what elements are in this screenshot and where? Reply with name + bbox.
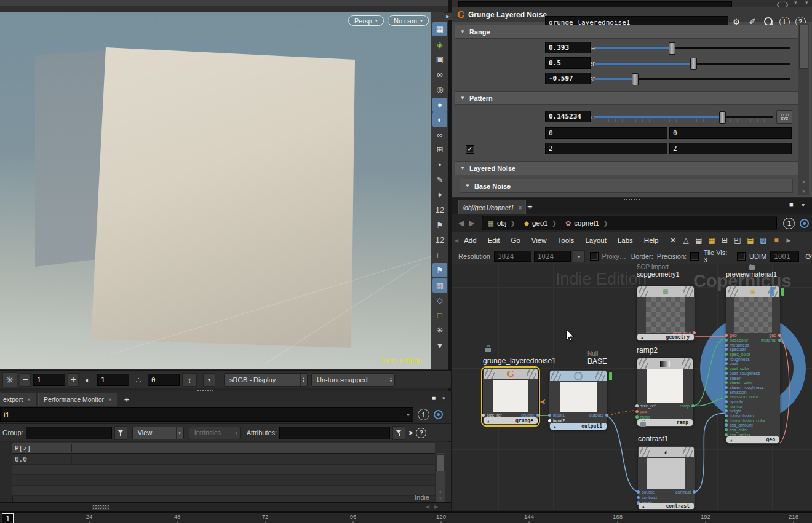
breadcrumb-item[interactable]: geo1 [532,219,548,227]
material-shading-icon[interactable]: ◐ [432,112,447,127]
menu-item[interactable]: Go [511,237,520,244]
close-icon[interactable]: × [108,396,112,403]
chevron-down-icon[interactable]: ▾ [407,411,410,418]
mask-contrast-slider[interactable] [595,73,790,84]
menu-item[interactable]: View [531,237,547,244]
palette-icon[interactable]: ▦ [707,235,717,245]
node-output-bar[interactable]: ▲grunge [484,417,538,424]
menu-item[interactable]: Labs [618,237,633,244]
display-dropdown[interactable]: ▾ [203,373,215,387]
forward-icon[interactable]: ▶ [469,219,474,227]
amplitude-input[interactable]: 0.393 [545,42,591,53]
scroll-down-icon[interactable]: ▼ [432,339,447,353]
offset-y-input[interactable]: 0 [669,127,792,139]
section-layered-noise[interactable]: ▼ Layered Noise [455,161,799,175]
chevron-down-icon[interactable]: ▾ [794,0,797,6]
vertex-marker-icon[interactable]: ⚑ [432,263,447,277]
element-size-slider[interactable] [595,111,773,122]
menu-item[interactable]: Add [464,237,476,244]
profile-handles-icon[interactable]: ∟ [432,248,447,262]
mask-contrast-input[interactable]: -0.597 [545,73,591,84]
group-filter-button[interactable] [114,426,127,440]
proxy-checkbox[interactable] [590,252,599,261]
new-tab-button[interactable]: + [124,394,130,404]
prim-numbers-icon[interactable]: 12 [432,233,447,247]
new-tab-button[interactable]: + [527,201,533,211]
background-image-icon[interactable]: ▧ [758,235,769,245]
point-numbers-icon[interactable]: 12 [432,203,447,217]
precision-checkbox[interactable] [690,252,699,261]
display-flag[interactable] [781,288,784,296]
link-badge[interactable]: 1 [783,218,795,229]
back-icon[interactable]: ◀ [458,219,464,227]
chevron-down-icon[interactable]: ▾ [802,202,805,208]
group-box-icon[interactable]: □ [432,309,447,323]
menu-item[interactable]: Edit [488,237,500,244]
list-view-icon[interactable]: ▤ [694,235,704,245]
viewport-toolbar-more[interactable]: ▶ [444,12,452,20]
no-lights-icon[interactable]: ⊗ [432,68,447,82]
scroll-down-icon[interactable]: ▼ [436,496,445,501]
intrinsics-select[interactable]: Intrinsics ▾ [189,427,241,439]
partial-field[interactable] [458,1,732,7]
normal-lights-icon[interactable]: ● [432,98,447,112]
tile-size-x-input[interactable]: 2 [545,143,667,154]
close-icon[interactable]: × [27,396,31,403]
network-path-tab[interactable]: /obj/geo1/copnet1 × [458,200,526,215]
node-base-null[interactable]: Null BASE ➤ input1input2 output1 ▲output… [549,370,607,430]
offset-x-input[interactable]: 0 [545,127,667,139]
maximize-icon[interactable]: ■ [432,395,436,401]
sticky-note-icon[interactable]: ▤ [746,235,756,245]
box-icon[interactable]: ■ [771,235,782,245]
tab-textport[interactable]: extport × [0,393,36,406]
scroll-up-icon[interactable]: ▲ [798,179,809,184]
attributes-input[interactable] [279,427,390,439]
scene-viewport[interactable]: Persp ▾ No cam ▾ Indie Edition [0,12,431,369]
res-y-input[interactable]: 1024 [534,251,571,262]
wind-icon[interactable]: ✳ [432,323,447,337]
maximize-icon[interactable]: ■ [789,201,794,208]
pin-icon[interactable]: ✦ [432,188,447,202]
close-icon[interactable]: × [519,205,522,211]
scroll-right-icon[interactable]: ▶ [434,504,438,509]
view-axes-icon[interactable]: ◇ [432,293,447,307]
offset-dots-icon[interactable]: ∴ [132,373,145,387]
exposure-input[interactable]: 1 [33,374,65,386]
slider-handle[interactable] [632,73,639,85]
scroll-left-icon[interactable]: ◀ [426,504,429,509]
template-flag[interactable] [770,287,774,296]
view-persp-menu[interactable]: Persp ▾ [348,15,384,26]
tab-performance-monitor[interactable]: Performance Monitor × [38,393,117,406]
chevron-down-icon[interactable]: ▾ [442,395,445,401]
scroll-up-icon[interactable]: ▲ [436,489,445,494]
node-output-bar[interactable]: ▲geometry [637,334,694,340]
view-select[interactable]: View ▾ [132,427,184,439]
menu-more-icon[interactable]: ▶ [787,237,791,243]
node-contrast1[interactable]: contrast1 ◐ sourcecontrastmask contrast … [638,446,695,510]
tile-size-checkbox[interactable]: ✓ [466,145,474,154]
pick-attributes-icon[interactable]: ➤ [408,429,413,437]
contrast-icon[interactable]: ◐ [81,373,95,387]
sheet-vscrollbar[interactable]: ▲ ▼ [435,453,445,503]
offset-input[interactable]: 0 [148,374,180,386]
point-marker-icon[interactable]: • [432,158,447,172]
display-flag[interactable] [609,372,612,380]
network-editor[interactable]: Indie Edition Copernicus SOP Import sopg… [452,264,812,510]
node-output-bar[interactable]: ▲output1 [550,423,607,430]
menu-item[interactable]: Tools [558,237,575,244]
windows-icon[interactable]: ◰ [733,235,743,245]
gamma-icon[interactable]: ✳ [2,372,17,387]
lock-icon[interactable]: ▣ [432,52,447,66]
range-clamp-icon[interactable]: ↨ [182,373,197,387]
timeline[interactable]: 1 24 48 72 96 120 144 168 192 216 [0,511,812,523]
sheet-hscrollbar[interactable]: ◀ ▶ [0,502,451,512]
link-badge[interactable]: 1 [418,409,429,420]
element-size-input[interactable]: 0.145234 [545,111,591,122]
node-previewmaterial1[interactable]: previewmaterial1 ◉ geobasecolormetalness… [726,286,780,444]
table-row[interactable]: 0.0 [12,454,435,465]
breadcrumb-item[interactable]: obj [497,219,506,227]
res-x-input[interactable]: 1024 [494,251,531,262]
colorspace-select[interactable]: sRGB - Display ▴▾ [224,373,308,387]
image-plane-icon[interactable]: ▨ [432,278,447,293]
camera-menu[interactable]: No cam ▾ [388,15,429,26]
